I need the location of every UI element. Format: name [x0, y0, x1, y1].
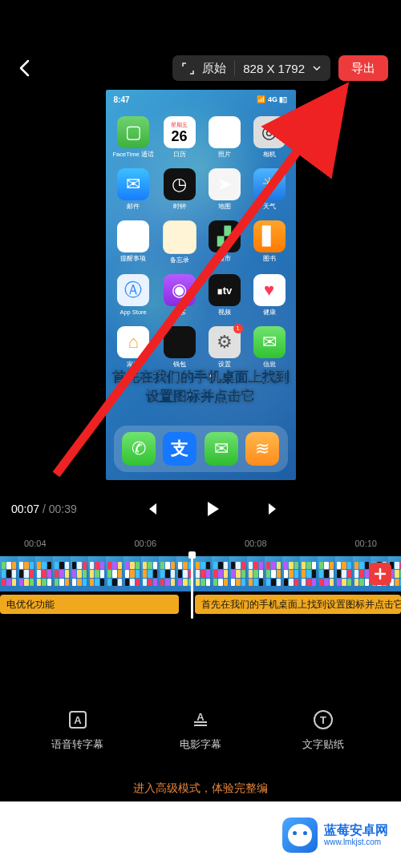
thumbnail — [159, 556, 176, 591]
app-label: 邮件 — [127, 203, 140, 211]
phone-dock: ✆支✉≋ — [114, 426, 288, 472]
subtitle-clip[interactable]: 首先在我们的手机桌面上找到设置图标并点击它 — [195, 595, 401, 614]
svg-text:A: A — [196, 711, 205, 723]
caption-text: 首先在我们的手机桌面上找到设置图标并点击它 — [106, 368, 296, 406]
subtitle-track[interactable]: 电优化功能首先在我们的手机桌面上找到设置图标并点击它 — [0, 595, 401, 616]
resolution-pill[interactable]: 原始 828 X 1792 — [172, 55, 330, 81]
thumbnail — [35, 556, 53, 591]
add-clip-button[interactable] — [369, 563, 391, 585]
app-icon: ➤ — [209, 168, 241, 200]
prev-frame-button[interactable] — [141, 499, 162, 519]
app-icon — [163, 220, 196, 254]
phone-preview[interactable]: 8:47 📶 4G ▮▯ ▢FaceTime 通话星期五26日历✿照片◎相机✉邮… — [106, 90, 296, 480]
export-button[interactable]: 导出 — [338, 55, 388, 81]
app-天气: ☀天气 — [250, 168, 289, 211]
tool-label: 电影字幕 — [180, 737, 221, 752]
app-label: 播客 — [173, 309, 186, 317]
app-label: 相机 — [263, 151, 276, 159]
thumbnail — [88, 556, 106, 591]
app-股市: ▞股市 — [205, 220, 244, 264]
svg-text:T: T — [320, 714, 326, 726]
transport-bar: 00:07 / 00:39 — [0, 489, 401, 529]
thumbnail — [141, 556, 159, 591]
tool-label: 文字贴纸 — [302, 737, 344, 752]
app-label: 时钟 — [173, 203, 186, 211]
tool-voice-to-sub[interactable]: A语音转字幕 — [42, 708, 114, 752]
thumbnail — [300, 556, 318, 591]
thumbnail — [282, 556, 300, 591]
next-frame-button[interactable] — [263, 499, 284, 519]
app-icon: ▢ — [117, 116, 149, 148]
app-FaceTime 通话: ▢FaceTime 通话 — [113, 116, 154, 159]
playhead[interactable] — [191, 555, 193, 619]
app-icon: ∎tv — [209, 274, 241, 306]
dock-wechat: ✉ — [205, 432, 238, 466]
thumbnail — [106, 556, 124, 591]
phone-status-bar: 8:47 📶 4G ▮▯ — [106, 93, 296, 106]
time-sep: / — [39, 503, 49, 515]
app-grid: ▢FaceTime 通话星期五26日历✿照片◎相机✉邮件◷时钟➤地图☀天气≡提醒… — [106, 116, 296, 369]
app-钱包: 钱包 — [160, 326, 199, 369]
ruler-tick: 00:06 — [134, 539, 156, 553]
app-相机: ◎相机 — [250, 116, 289, 159]
play-button[interactable] — [202, 499, 223, 519]
advanced-mode-link[interactable]: 进入高级模式，体验完整编 — [0, 781, 401, 796]
tool-label: 语音转字幕 — [51, 737, 103, 752]
app-家庭: ⌂家庭 — [113, 326, 154, 369]
app-icon — [164, 326, 196, 358]
app-提醒事项: ≡提醒事项 — [113, 220, 154, 264]
ruler-tick: 00:10 — [354, 539, 377, 553]
app-邮件: ✉邮件 — [113, 168, 154, 211]
svg-text:A: A — [74, 714, 82, 726]
app-label: 备忘录 — [170, 256, 189, 264]
time-ruler[interactable]: 00:0400:0600:0800:10 — [0, 539, 401, 553]
app-icon: ▋ — [253, 220, 286, 252]
back-button[interactable] — [13, 57, 35, 79]
top-bar: 原始 828 X 1792 导出 — [0, 52, 401, 84]
tool-text-sticker[interactable]: T文字贴纸 — [287, 708, 359, 752]
brand-logo-icon — [282, 818, 318, 853]
thumbnail — [53, 556, 71, 591]
chevron-down-icon — [313, 66, 321, 71]
voice-to-sub-icon: A — [66, 708, 90, 732]
dock-uc: ≋ — [245, 432, 279, 466]
thumbnail — [335, 556, 353, 591]
app-icon: 星期五26 — [164, 116, 196, 148]
thumbnail — [229, 556, 247, 591]
thumbnail — [247, 556, 265, 591]
app-icon: ✿ — [209, 116, 241, 148]
app-日历: 星期五26日历 — [160, 116, 199, 159]
brand-name: 蓝莓安卓网 — [324, 823, 388, 838]
subtitle-clip[interactable]: 电优化功能 — [0, 595, 179, 614]
app-App Store: ⒶApp Store — [113, 274, 154, 317]
thumbnail — [0, 556, 18, 591]
tool-movie-sub[interactable]: A电影字幕 — [164, 708, 237, 752]
resolution-value: 828 X 1792 — [243, 62, 305, 75]
app-时钟: ◷时钟 — [160, 168, 199, 211]
app-icon: ⚙1 — [209, 326, 241, 358]
preview-area: 8:47 📶 4G ▮▯ ▢FaceTime 通话星期五26日历✿照片◎相机✉邮… — [0, 90, 401, 480]
brand: 蓝莓安卓网 www.lmkjst.com — [282, 818, 388, 853]
bottom-toolbar: A语音转字幕A电影字幕T文字贴纸 — [0, 697, 401, 761]
app-label: 视频 — [218, 309, 231, 317]
timecode: 00:07 / 00:39 — [11, 503, 77, 515]
app-icon: Ⓐ — [117, 274, 149, 306]
app-label: 提醒事项 — [120, 255, 146, 263]
brand-url: www.lmkjst.com — [324, 838, 388, 847]
thumbnail — [318, 556, 335, 591]
thumbnail — [265, 556, 282, 591]
app-label: FaceTime 通话 — [113, 151, 154, 159]
app-label: 地图 — [218, 203, 231, 211]
app-备忘录: 备忘录 — [160, 220, 199, 264]
aspect-label: 原始 — [202, 61, 226, 76]
app-icon: ✉ — [117, 168, 149, 200]
export-label: 导出 — [351, 61, 375, 76]
app-label: 图书 — [263, 255, 276, 263]
app-icon: ▞ — [209, 220, 241, 252]
text-sticker-icon: T — [311, 708, 335, 732]
app-icon: ♥ — [253, 274, 286, 306]
app-icon: ◎ — [253, 116, 286, 148]
app-信息: ✉信息 — [250, 326, 289, 369]
dock-alipay: 支 — [163, 432, 196, 466]
video-track[interactable] — [0, 556, 401, 591]
